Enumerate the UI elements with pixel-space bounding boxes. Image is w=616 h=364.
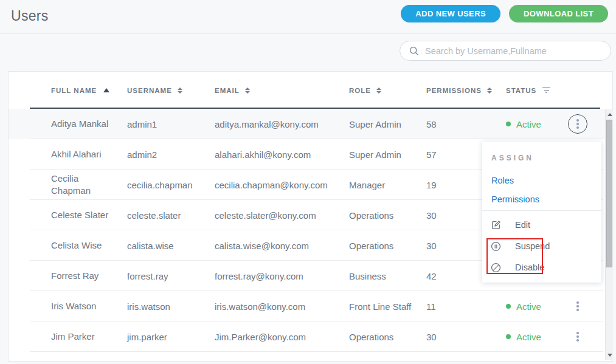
cell-email: iris.watson@kony.com [215,301,349,312]
page-title: Users [11,8,49,24]
search-input[interactable] [425,46,602,56]
cell-username: admin2 [127,149,215,160]
vertical-scrollbar[interactable] [605,109,613,360]
column-header-full-name[interactable]: FULL NAME [51,87,127,94]
sort-icon [376,88,381,94]
cell-permissions: 58 [426,119,506,129]
pause-circle-icon [490,241,502,252]
status-cell: Active [506,332,561,342]
cell-username: admin1 [127,119,215,129]
cell-permissions: 11 [426,301,506,312]
sort-ascending-icon [103,88,109,92]
active-status-dot [506,334,511,339]
toolbar: ADD NEW USERS DOWNLOAD LIST [401,5,608,22]
menu-item-suspend[interactable]: Suspend [482,237,601,255]
status-badge: Active [516,332,541,342]
column-header-status[interactable]: STATUS [506,87,561,94]
cell-role: Operations [349,241,426,251]
column-header-role[interactable]: ROLE [349,87,426,94]
slash-circle-icon [490,262,502,273]
cell-username: iris.watson [127,301,215,312]
search-box[interactable] [400,41,611,61]
status-cell: Active [506,119,561,129]
cell-username: forrest.ray [127,271,215,281]
edit-icon [490,219,502,231]
cell-role: Manager [349,180,426,190]
menu-divider [482,210,601,211]
column-header-email[interactable]: EMAIL [215,87,349,94]
row-actions-menu-button[interactable] [568,114,587,134]
cell-full-name: Celista Wise [51,239,112,252]
row-actions-menu: ASSIGN Roles Permissions Edit Suspend Di… [482,142,601,283]
cell-email: alahari.akhil@kony.com [215,149,349,160]
table-row[interactable]: Jim Parker jim.parker Jim.Parker@kony.co… [9,321,612,352]
sort-icon [487,88,492,94]
active-status-dot [506,304,511,309]
cell-username: cecilia.chapman [127,180,215,190]
filter-icon[interactable] [542,88,550,94]
sort-icon [245,88,250,94]
status-cell: Active [506,301,561,312]
cell-role: Super Admin [349,119,426,129]
cell-full-name: Iris Watson [51,300,112,312]
cell-full-name: Forrest Ray [51,270,112,282]
column-header-username[interactable]: USERNAME [127,87,215,94]
cell-role: Business [349,271,426,281]
table-header-row: FULL NAME USERNAME EMAIL ROLE PERMISSION… [9,72,612,109]
cell-email: aditya.mankal@kony.com [215,119,349,129]
row-actions-menu-button[interactable] [568,327,587,346]
column-header-permissions[interactable]: PERMISSIONS [426,87,506,94]
cell-full-name: Celeste Slater [51,209,112,221]
assign-section-label: ASSIGN [491,154,534,162]
cell-username: jim.parker [127,332,215,342]
active-status-dot [506,122,511,126]
cell-username: celeste.slater [127,210,215,221]
scroll-down-arrow-icon[interactable] [607,354,612,357]
download-list-button[interactable]: DOWNLOAD LIST [509,5,608,22]
cell-email: calista.wise@kony.com [215,241,349,251]
cell-role: Front Line Staff [349,301,426,312]
search-icon [409,46,420,57]
cell-role: Operations [349,210,426,221]
cell-email: forrest.ray@kony.com [215,271,349,281]
cell-full-name: Jim Parker [51,331,112,343]
menu-item-edit[interactable]: Edit [482,216,601,234]
scrollbar-thumb[interactable] [606,120,612,267]
add-new-users-button[interactable]: ADD NEW USERS [401,5,500,22]
status-badge: Active [516,119,541,129]
sort-icon [178,88,182,94]
users-page: Users ADD NEW USERS DOWNLOAD LIST FULL N… [0,0,616,364]
cell-email: Jim.Parker@kony.com [215,332,349,342]
status-badge: Active [516,301,541,312]
cell-username: calista.wise [127,241,215,251]
cell-permissions: 30 [426,332,506,342]
scroll-up-arrow-icon[interactable] [607,113,612,116]
cell-email: cecilia.chapman@kony.com [215,180,349,190]
row-actions-menu-button[interactable] [568,297,587,316]
cell-full-name: Akhil Alahari [51,148,112,160]
table-row[interactable]: Aditya Mankal admin1 aditya.mankal@kony.… [9,109,612,139]
cell-role: Super Admin [349,149,426,160]
cell-full-name: Aditya Mankal [51,118,112,130]
assign-roles-link[interactable]: Roles [491,176,514,185]
cell-email: celeste.slater@kony.com [215,210,349,221]
top-bar: Users ADD NEW USERS DOWNLOAD LIST [0,0,616,34]
cell-role: Operations [349,332,426,342]
menu-item-disable[interactable]: Disable [482,258,601,276]
table-row[interactable]: Iris Watson iris.watson iris.watson@kony… [9,291,612,321]
cell-full-name: Cecilia Chapman [51,173,112,197]
assign-permissions-link[interactable]: Permissions [491,194,539,204]
